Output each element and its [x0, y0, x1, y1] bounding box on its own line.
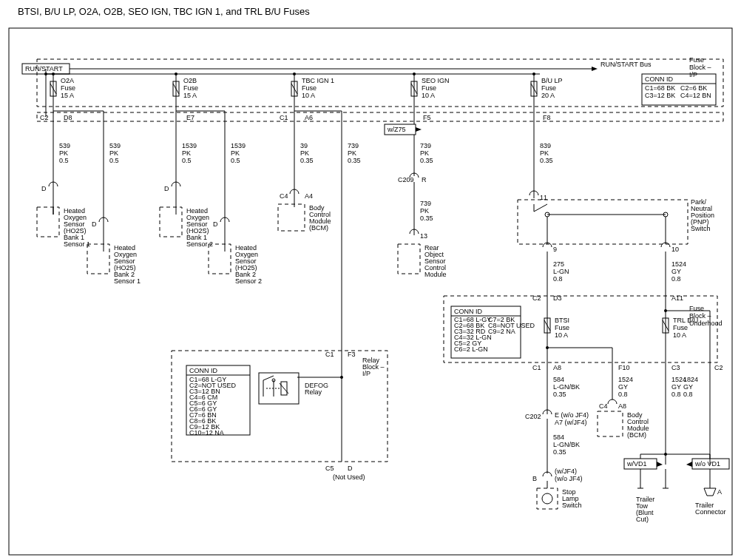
svg-text:I/P: I/P [362, 370, 370, 377]
svg-text:584: 584 [553, 376, 564, 383]
svg-text:w/Z75: w/Z75 [387, 126, 406, 133]
svg-text:1539: 1539 [182, 142, 197, 149]
fuse-bulp: B/U LP Fuse 20 A [531, 72, 563, 107]
svg-text:D: D [213, 220, 218, 228]
svg-text:(w/JF4): (w/JF4) [555, 468, 577, 475]
svg-text:C1: C1 [532, 364, 541, 371]
svg-rect-144 [278, 204, 305, 231]
svg-point-24 [413, 72, 416, 75]
svg-text:Fuse: Fuse [673, 324, 688, 331]
svg-text:BTSI: BTSI [555, 317, 569, 324]
svg-text:CONN ID: CONN ID [189, 367, 218, 374]
svg-text:C4: C4 [599, 402, 608, 410]
svg-text:15 A: 15 A [61, 92, 74, 99]
wZ75-box: w/Z75 [385, 121, 422, 176]
svg-text:C2: C2 [532, 294, 541, 302]
fuse-seo: SEO IGN Fuse 10 A [411, 72, 450, 107]
fuse-o2a: O2A Fuse 15 A [50, 72, 75, 107]
fuse-block-ip-label3: I/P [689, 71, 697, 78]
svg-text:10 A: 10 A [422, 92, 435, 99]
svg-text:739: 739 [420, 200, 431, 207]
svg-text:C9=2 NA: C9=2 NA [488, 328, 515, 335]
svg-text:C1: C1 [280, 114, 288, 121]
svg-text:539: 539 [59, 142, 70, 149]
svg-text:F10: F10 [618, 364, 630, 371]
svg-text:C209: C209 [398, 176, 414, 183]
svg-text:C2: C2 [714, 364, 723, 371]
svg-text:Fuse: Fuse [422, 84, 436, 92]
svg-text:PK: PK [182, 149, 191, 157]
svg-text:E (w/o JF4): E (w/o JF4) [555, 411, 589, 419]
svg-text:0.35: 0.35 [420, 215, 433, 222]
svg-text:(BCM): (BCM) [309, 224, 328, 232]
bcm: Body Control Module (BCM) [278, 204, 331, 232]
svg-text:0.8: 0.8 [683, 391, 693, 398]
svg-text:D3: D3 [553, 294, 562, 302]
svg-text:C2=6 BK: C2=6 BK [680, 84, 707, 92]
svg-point-251 [542, 493, 552, 504]
run-start-label: RUN/START [25, 65, 63, 72]
svg-text:GY: GY [671, 383, 681, 391]
svg-text:w/VD1: w/VD1 [626, 460, 647, 468]
svg-text:1824: 1824 [683, 376, 698, 383]
svg-text:Sensor 1: Sensor 1 [114, 277, 141, 285]
svg-text:SEO IGN: SEO IGN [422, 77, 450, 84]
svg-text:C5: C5 [325, 465, 334, 472]
svg-text:A: A [717, 488, 722, 496]
svg-text:0.35: 0.35 [540, 157, 553, 164]
svg-text:PK: PK [420, 149, 429, 157]
svg-text:Module: Module [424, 271, 447, 278]
svg-text:D8: D8 [64, 114, 72, 121]
svg-text:F8: F8 [543, 114, 551, 121]
svg-rect-130 [160, 207, 182, 237]
ho2s-b1s2: Heated Oxygen Sensor (HO2S) Bank 1 Senso… [160, 207, 213, 248]
svg-text:0.8: 0.8 [618, 391, 628, 398]
svg-text:C6=2 L-GN: C6=2 L-GN [454, 345, 488, 353]
svg-text:A8: A8 [553, 364, 561, 371]
svg-text:B: B [532, 475, 537, 482]
svg-text:PK: PK [300, 149, 309, 157]
svg-text:Fuse: Fuse [541, 84, 556, 92]
svg-text:Fuse: Fuse [61, 84, 75, 92]
fuse-trl: TRL B/U Fuse 10 A [663, 302, 710, 362]
svg-text:1524: 1524 [671, 260, 686, 268]
svg-text:TRL B/U: TRL B/U [673, 317, 698, 324]
svg-text:PK: PK [348, 149, 356, 157]
svg-text:L-GN/BK: L-GN/BK [553, 383, 580, 391]
svg-text:O2B: O2B [183, 77, 197, 84]
svg-text:C3=12 BK: C3=12 BK [645, 92, 675, 99]
svg-text:0.5: 0.5 [109, 157, 119, 164]
trailer-connector: A Trailer Connector [695, 488, 726, 516]
svg-text:0.35: 0.35 [300, 157, 314, 164]
fuse-block-ip-label1: Fuse [689, 56, 704, 64]
svg-text:(Not Used): (Not Used) [333, 473, 365, 481]
svg-text:C1=68 BK: C1=68 BK [645, 84, 675, 92]
svg-text:Switch: Switch [691, 225, 711, 232]
svg-text:10 A: 10 A [673, 331, 686, 339]
svg-text:Sensor 1: Sensor 1 [64, 240, 90, 248]
ho2s-b1s1: Heated Oxygen Sensor (HO2S) Bank 1 Senso… [37, 207, 90, 248]
svg-text:C2: C2 [40, 114, 49, 121]
svg-text:CONN ID: CONN ID [454, 308, 483, 315]
svg-text:0.5: 0.5 [182, 157, 192, 164]
svg-text:C3: C3 [671, 364, 680, 371]
svg-text:L-GN: L-GN [553, 268, 569, 275]
svg-point-10 [175, 72, 177, 75]
ho2s-b2s1: Heated Oxygen Sensor (HO25) Bank 2 Senso… [87, 244, 141, 285]
svg-text:739: 739 [420, 142, 431, 149]
svg-text:D: D [92, 220, 97, 228]
svg-text:C10=12 NA: C10=12 NA [189, 429, 224, 436]
svg-marker-256 [657, 462, 663, 467]
svg-text:Fuse: Fuse [183, 84, 198, 92]
svg-rect-115 [37, 207, 59, 237]
pnp-switch: Park/ Neutral Position (PNP) Switch [518, 198, 714, 244]
svg-text:PK: PK [231, 149, 240, 157]
svg-point-17 [293, 72, 296, 75]
svg-text:13: 13 [420, 232, 427, 240]
svg-text:D: D [164, 185, 169, 192]
arrow-icon [592, 67, 598, 71]
svg-text:A8: A8 [618, 402, 626, 410]
svg-text:39: 39 [300, 142, 308, 149]
svg-rect-43 [37, 112, 723, 121]
svg-text:C202: C202 [525, 413, 541, 420]
